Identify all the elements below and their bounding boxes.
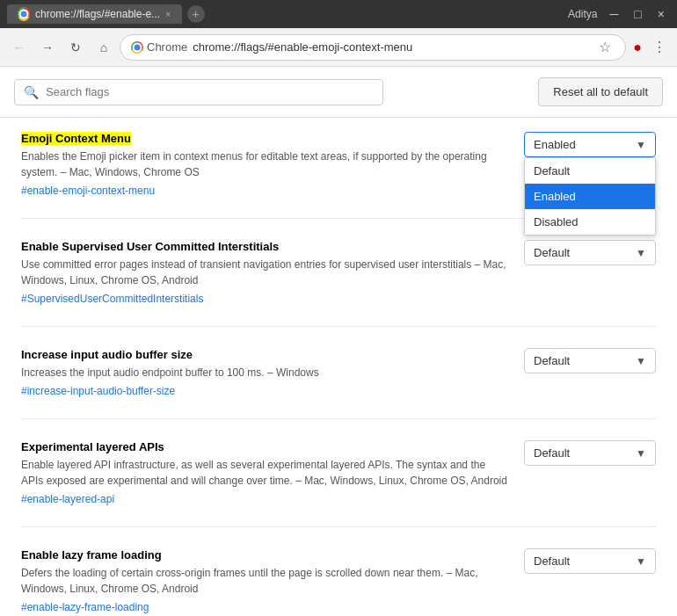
- dropdown-button[interactable]: Default▼: [524, 240, 656, 265]
- flag-link[interactable]: #enable-lazy-frame-loading: [21, 601, 149, 613]
- new-tab-button[interactable]: +: [187, 5, 205, 23]
- flag-control[interactable]: Default▼: [524, 548, 656, 574]
- flag-item: Experimental layered APIsEnable layered …: [21, 440, 656, 527]
- flag-title: Enable Supervised User Committed Interst…: [21, 240, 279, 253]
- browser-tab[interactable]: chrome://flags/#enable-e... ×: [7, 4, 182, 24]
- flag-item: Enable Supervised User Committed Interst…: [21, 240, 656, 327]
- dropdown-wrapper[interactable]: Default▼: [524, 548, 656, 574]
- chevron-down-icon: ▼: [636, 139, 646, 151]
- flag-info: Experimental layered APIsEnable layered …: [21, 440, 510, 505]
- dropdown-option[interactable]: Disabled: [525, 209, 655, 235]
- chevron-down-icon: ▼: [636, 555, 646, 568]
- titlebar-left: chrome://flags/#enable-e... × +: [7, 4, 205, 24]
- flag-description: Use committed error pages instead of tra…: [21, 257, 510, 288]
- flag-info: Increase input audio buffer sizeIncrease…: [21, 348, 510, 397]
- titlebar: chrome://flags/#enable-e... × + Aditya ─…: [0, 0, 677, 28]
- back-button[interactable]: ←: [7, 35, 32, 60]
- flag-description: Defers the loading of certain cross-orig…: [21, 565, 510, 597]
- flag-item: Emoji Context MenuEnables the Emoji pick…: [21, 132, 656, 219]
- search-icon: 🔍: [24, 85, 39, 99]
- dropdown-wrapper[interactable]: Enabled▼DefaultEnabledDisabled: [524, 132, 656, 157]
- flag-control[interactable]: Default▼: [524, 440, 656, 466]
- window-controls: ─ □ ×: [604, 5, 670, 23]
- maximize-button[interactable]: □: [629, 5, 646, 23]
- tab-favicon: [18, 8, 30, 20]
- flags-page: 🔍 Reset all to default Emoji Context Men…: [0, 67, 677, 616]
- search-input[interactable]: [46, 85, 374, 98]
- dropdown-value: Default: [534, 446, 570, 460]
- flag-info: Enable Supervised User Committed Interst…: [21, 240, 510, 305]
- flag-title: Experimental layered APIs: [21, 440, 164, 453]
- dropdown-wrapper[interactable]: Default▼: [524, 348, 656, 373]
- search-box[interactable]: 🔍: [14, 79, 383, 105]
- dropdown-button[interactable]: Enabled▼: [524, 132, 656, 157]
- flag-info: Emoji Context MenuEnables the Emoji pick…: [21, 132, 510, 197]
- user-name: Aditya: [568, 8, 597, 20]
- dropdown-value: Enabled: [534, 138, 576, 151]
- flag-link[interactable]: #SupervisedUserCommittedInterstitials: [21, 293, 203, 305]
- dropdown-value: Default: [534, 554, 570, 568]
- flag-description: Enable layered API infrastructure, as we…: [21, 457, 510, 489]
- flag-link[interactable]: #increase-input-audio-buffer-size: [21, 385, 175, 397]
- bookmark-icon[interactable]: ☆: [595, 35, 615, 59]
- minimize-button[interactable]: ─: [604, 5, 623, 23]
- url-text: chrome://flags/#enable-emoji-context-men…: [193, 40, 590, 54]
- dropdown-button[interactable]: Default▼: [524, 548, 656, 574]
- chevron-down-icon: ▼: [636, 355, 646, 367]
- flag-title: Enable lazy frame loading: [21, 548, 162, 562]
- flag-description: Enables the Emoji picker item in context…: [21, 149, 510, 180]
- address-bar[interactable]: Chrome chrome://flags/#enable-emoji-cont…: [120, 34, 626, 61]
- dropdown-value: Default: [534, 246, 570, 259]
- dropdown-menu[interactable]: DefaultEnabledDisabled: [524, 157, 656, 236]
- home-button[interactable]: ⌂: [91, 35, 116, 60]
- flag-info: Enable lazy frame loadingDefers the load…: [21, 548, 510, 613]
- close-window-button[interactable]: ×: [652, 5, 670, 23]
- dropdown-option[interactable]: Default: [525, 158, 655, 184]
- dropdown-option[interactable]: Enabled: [525, 184, 655, 209]
- flag-title: Increase input audio buffer size: [21, 348, 193, 361]
- forward-button[interactable]: →: [35, 35, 60, 60]
- dropdown-value: Default: [534, 354, 570, 367]
- chrome-label: Chrome: [147, 40, 187, 54]
- dropdown-wrapper[interactable]: Default▼: [524, 240, 656, 265]
- flag-item: Increase input audio buffer sizeIncrease…: [21, 348, 656, 419]
- chevron-down-icon: ▼: [636, 447, 646, 460]
- reload-button[interactable]: ↻: [63, 35, 88, 60]
- chrome-badge: Chrome: [131, 40, 187, 54]
- dropdown-button[interactable]: Default▼: [524, 440, 656, 466]
- chrome-icon: [131, 41, 143, 54]
- flag-control[interactable]: Enabled▼DefaultEnabledDisabled: [524, 132, 656, 157]
- flag-control[interactable]: Default▼: [524, 348, 656, 373]
- tab-title: chrome://flags/#enable-e...: [35, 8, 160, 20]
- dropdown-button[interactable]: Default▼: [524, 348, 656, 373]
- flag-description: Increases the input audio endpoint buffe…: [21, 365, 510, 380]
- flags-content[interactable]: Emoji Context MenuEnables the Emoji pick…: [0, 118, 677, 616]
- reset-all-button[interactable]: Reset all to default: [538, 77, 663, 106]
- chevron-down-icon: ▼: [636, 247, 646, 259]
- flag-link[interactable]: #enable-layered-api: [21, 493, 114, 505]
- nav-right-controls: ● ⋮: [630, 35, 670, 59]
- flags-topbar: 🔍 Reset all to default: [0, 67, 677, 118]
- flag-title: Emoji Context Menu: [21, 132, 131, 145]
- titlebar-right: Aditya ─ □ ×: [568, 5, 670, 23]
- tab-close-button[interactable]: ×: [165, 9, 171, 19]
- dropdown-wrapper[interactable]: Default▼: [524, 440, 656, 466]
- flag-item: Enable lazy frame loadingDefers the load…: [21, 548, 656, 616]
- flag-link[interactable]: #enable-emoji-context-menu: [21, 185, 155, 197]
- opera-icon[interactable]: ●: [630, 36, 645, 59]
- menu-icon[interactable]: ⋮: [649, 35, 670, 59]
- navbar: ← → ↻ ⌂ Chrome chrome://flags/#enable-em…: [0, 28, 677, 67]
- flag-control[interactable]: Default▼: [524, 240, 656, 265]
